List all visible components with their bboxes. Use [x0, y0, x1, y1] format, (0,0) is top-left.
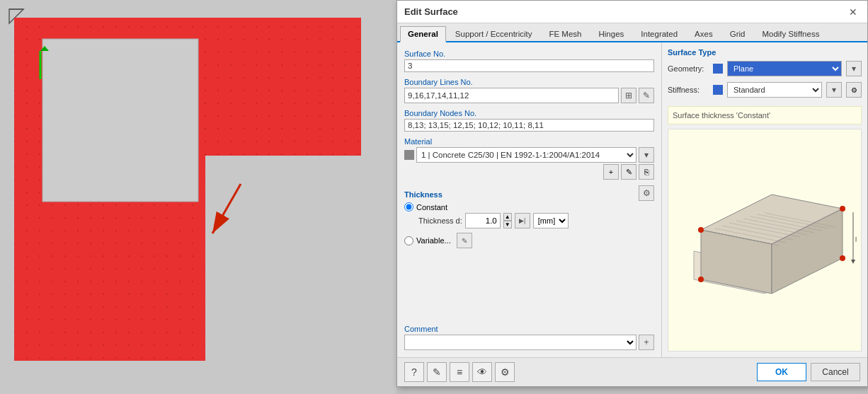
dialog-left-panel: Surface No. Boundary Lines No. ⊞ ✎ Bound… [397, 42, 662, 357]
tab-axes[interactable]: Axes [687, 26, 721, 41]
comment-row: + [404, 335, 654, 350]
svg-point-26 [698, 277, 704, 282]
tab-fe-mesh[interactable]: FE Mesh [541, 26, 589, 41]
surface-no-input[interactable] [404, 59, 654, 72]
tab-integrated[interactable]: Integrated [633, 26, 685, 41]
toolbar-left: ? ✎ ≡ 👁 ⚙ [404, 362, 515, 382]
svg-rect-5 [42, 39, 198, 202]
material-group: Material 1 | Concrete C25/30 | EN 1992-1… [404, 137, 654, 180]
help-btn[interactable]: ? [404, 362, 424, 382]
variable-radio[interactable] [404, 236, 413, 245]
stiffness-row: Stiffness: Standard ▾ ⚙ [668, 82, 862, 98]
dialog-body: Surface No. Boundary Lines No. ⊞ ✎ Bound… [397, 42, 867, 357]
stiffness-dropdown-btn[interactable]: ▾ [826, 82, 842, 98]
dialog-title: Edit Surface [404, 6, 458, 17]
boundary-lines-label: Boundary Lines No. [404, 78, 654, 86]
variable-radio-row: Variable... ✎ [404, 233, 654, 248]
material-row: 1 | Concrete C25/30 | EN 1992-1-1:2004/A… [404, 147, 654, 163]
geometry-row: Geometry: Plane ▾ [668, 61, 862, 76]
surface-thickness-info: Surface thickness 'Constant' [668, 106, 862, 124]
boundary-lines-input[interactable] [404, 88, 619, 103]
geometry-dropdown-btn[interactable]: ▾ [846, 61, 862, 76]
preview-svg: p [673, 166, 857, 315]
thickness-group: Thickness ⚙ Constant Thickness d: ▲ ▼ ▶| [404, 185, 654, 248]
close-button[interactable]: ✕ [846, 5, 860, 19]
tab-general[interactable]: General [400, 26, 446, 42]
boundary-nodes-group: Boundary Nodes No. [404, 109, 654, 132]
material-select[interactable]: 1 | Concrete C25/30 | EN 1992-1-1:2004/A… [416, 147, 636, 163]
thickness-value-row: Thickness d: ▲ ▼ ▶| [mm] [cm] [m] [418, 213, 654, 228]
boundary-lines-edit-btn[interactable]: ✎ [639, 88, 654, 103]
stiffness-label: Stiffness: [668, 86, 710, 94]
canvas-area [0, 0, 396, 394]
stiffness-settings-btn[interactable]: ⚙ [846, 82, 862, 98]
svg-point-25 [840, 255, 845, 261]
stiffness-color-swatch [713, 85, 723, 95]
boundary-nodes-label: Boundary Nodes No. [404, 109, 654, 117]
material-chevron-btn[interactable]: ▾ [639, 147, 654, 163]
thickness-spinner: ▲ ▼ [503, 213, 512, 228]
svg-text:p: p [855, 235, 857, 242]
thickness-d-label: Thickness d: [418, 216, 462, 225]
tab-grid[interactable]: Grid [722, 26, 753, 41]
variable-edit-btn[interactable]: ✎ [457, 233, 472, 248]
edit-btn[interactable]: ✎ [427, 362, 447, 382]
constant-radio-label[interactable]: Constant [416, 203, 447, 212]
comment-select[interactable] [404, 335, 636, 350]
thickness-settings-btn[interactable]: ⚙ [639, 185, 654, 201]
table-btn[interactable]: ≡ [450, 362, 469, 382]
view-btn[interactable]: 👁 [472, 362, 492, 382]
tab-bar: General Support / Eccentricity FE Mesh H… [397, 23, 867, 42]
boundary-lines-row: ⊞ ✎ [404, 88, 654, 103]
surface-3d-preview: p [668, 129, 862, 352]
svg-point-23 [698, 227, 704, 233]
tab-modify-stiffness[interactable]: Modify Stiffness [754, 26, 827, 41]
constant-radio[interactable] [404, 202, 413, 212]
geometry-select[interactable]: Plane [727, 61, 842, 76]
thickness-section-title: Thickness [404, 190, 442, 199]
geometry-color-swatch [713, 64, 723, 74]
comment-add-btn[interactable]: + [639, 335, 654, 350]
tab-support-eccentricity[interactable]: Support / Eccentricity [447, 26, 540, 41]
edit-surface-dialog: Edit Surface ✕ General Support / Eccentr… [396, 0, 868, 387]
dialog-right-panel: Surface Type Geometry: Plane ▾ Stiffness… [662, 42, 867, 357]
stiffness-select[interactable]: Standard [727, 82, 822, 98]
material-action-row: + ✎ ⎘ [404, 164, 654, 180]
constant-radio-row: Constant [404, 202, 654, 212]
thickness-up-btn[interactable]: ▲ [503, 213, 512, 221]
variable-radio-label[interactable]: Variable... [416, 236, 451, 245]
thickness-down-btn[interactable]: ▼ [503, 221, 512, 228]
svg-point-24 [840, 206, 845, 212]
dialog-toolbar: ? ✎ ≡ 👁 ⚙ OK Cancel [397, 357, 867, 386]
svg-line-9 [212, 184, 241, 233]
surface-no-group: Surface No. [404, 50, 654, 72]
surface-no-label: Surface No. [404, 50, 654, 58]
cancel-button[interactable]: Cancel [811, 363, 860, 381]
comment-group: Comment + [404, 325, 654, 350]
surface-svg [0, 0, 389, 389]
boundary-lines-group: Boundary Lines No. ⊞ ✎ [404, 78, 654, 103]
material-add-btn[interactable]: + [603, 164, 619, 180]
ok-button[interactable]: OK [757, 363, 806, 381]
thickness-lock-btn[interactable]: ▶| [515, 213, 530, 228]
material-label: Material [404, 137, 654, 146]
geometry-label: Geometry: [668, 64, 710, 73]
boundary-nodes-input[interactable] [404, 119, 654, 132]
surface-type-title: Surface Type [668, 48, 862, 57]
dialog-titlebar: Edit Surface ✕ [397, 1, 867, 23]
boundary-lines-select-btn[interactable]: ⊞ [621, 88, 636, 103]
material-copy-btn[interactable]: ⎘ [639, 164, 654, 180]
material-edit-btn[interactable]: ✎ [621, 164, 636, 180]
material-color-swatch [404, 150, 414, 160]
tab-hinges[interactable]: Hinges [591, 26, 632, 41]
toolbar-right: OK Cancel [757, 363, 860, 381]
thickness-unit-select[interactable]: [mm] [cm] [m] [533, 213, 569, 228]
comment-label: Comment [404, 325, 654, 333]
thickness-value-input[interactable] [465, 213, 501, 228]
settings-btn[interactable]: ⚙ [495, 362, 515, 382]
